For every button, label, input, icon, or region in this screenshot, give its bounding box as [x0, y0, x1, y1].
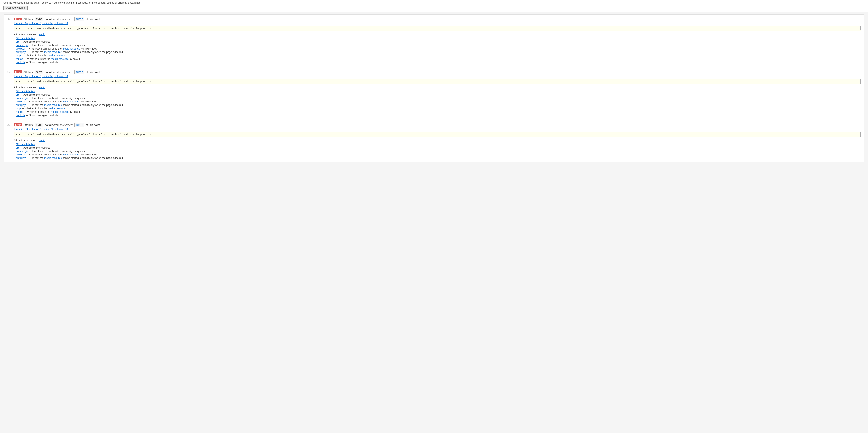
error-item: 3.ErrorAttribute type not allowed on ele… — [4, 120, 864, 163]
attrs-element-link[interactable]: audio — [39, 139, 45, 142]
message-filtering-button[interactable]: Message Filtering — [3, 5, 28, 10]
error-headline: ErrorAttribute type not allowed on eleme… — [14, 17, 861, 21]
list-item: preload — Hints how much buffering the m… — [16, 100, 861, 103]
media-resource-link[interactable]: media resource — [62, 153, 80, 156]
attr-name-link[interactable]: crossorigin — [16, 44, 28, 47]
headline-post-text: at this point. — [86, 70, 100, 74]
element-link[interactable]: audio — [74, 17, 84, 21]
global-attrs-link[interactable]: Global attributes — [16, 143, 35, 146]
attr-name-link[interactable]: crossorigin — [16, 97, 28, 100]
error-headline: ErrorAttribute mute not allowed on eleme… — [14, 70, 861, 74]
error-number: 2. — [7, 70, 12, 117]
attr-name-link[interactable]: muted — [16, 110, 23, 113]
media-resource-link[interactable]: media resource — [62, 100, 80, 103]
global-attrs-link[interactable]: Global attributes — [16, 37, 35, 40]
list-item: autoplay — Hint that the media resource … — [16, 156, 861, 160]
list-item: controls — Show user agent controls — [16, 61, 861, 64]
list-item: Global attributes — [16, 37, 861, 40]
headline-pre-text: Attribute — [24, 123, 34, 126]
media-resource-link[interactable]: media resource — [44, 51, 62, 54]
attr-code: type — [35, 17, 43, 21]
media-resource-link[interactable]: media resource — [51, 57, 69, 60]
list-item: src — Address of the resource — [16, 146, 861, 149]
list-item: src — Address of the resource — [16, 40, 861, 44]
location-link[interactable]: From line 57, column 13; to line 57, col… — [14, 22, 861, 25]
headline-mid-text: not allowed on element — [44, 18, 73, 21]
attr-name-link[interactable]: autoplay — [16, 156, 26, 160]
list-item: preload — Hints how much buffering the m… — [16, 47, 861, 50]
attrs-element-link[interactable]: audio — [39, 33, 45, 36]
list-item: loop — Whether to loop the media resourc… — [16, 107, 861, 110]
attrs-element-link[interactable]: audio — [39, 86, 45, 89]
description-text: Use the Message Filtering button below t… — [3, 1, 865, 4]
attrs-for-label: Attributes for element audio: — [14, 86, 861, 89]
attr-name-link[interactable]: preload — [16, 100, 25, 103]
attr-name-link[interactable]: autoplay — [16, 51, 26, 54]
top-bar: Use the Message Filtering button below t… — [0, 0, 868, 12]
attr-list: Global attributessrc — Address of the re… — [16, 90, 861, 117]
attr-name-link[interactable]: controls — [16, 114, 25, 117]
error-badge: Error — [14, 123, 22, 126]
element-link[interactable]: audio — [74, 123, 84, 127]
attr-code: mute — [35, 70, 43, 74]
attr-name-link[interactable]: loop — [16, 107, 21, 110]
headline-pre-text: Attribute — [24, 18, 34, 21]
error-content: ErrorAttribute type not allowed on eleme… — [14, 17, 861, 64]
error-headline: ErrorAttribute type not allowed on eleme… — [14, 123, 861, 127]
attr-name-link[interactable]: src — [16, 93, 20, 96]
error-item: 2.ErrorAttribute mute not allowed on ele… — [4, 67, 864, 120]
list-item: autoplay — Hint that the media resource … — [16, 103, 861, 107]
list-item: controls — Show user agent controls — [16, 114, 861, 117]
list-item: muted — Whether to mute the media resour… — [16, 57, 861, 61]
list-item: muted — Whether to mute the media resour… — [16, 110, 861, 114]
media-resource-link[interactable]: media resource — [44, 156, 62, 160]
list-item: crossorigin — How the element handles cr… — [16, 96, 861, 100]
attr-name-link[interactable]: loop — [16, 54, 21, 57]
error-item: 1.ErrorAttribute type not allowed on ele… — [4, 14, 864, 67]
attrs-for-label: Attributes for element audio: — [14, 33, 861, 36]
list-item: autoplay — Hint that the media resource … — [16, 50, 861, 54]
code-block: <audio src="assets/audio/body-scan.mp4" … — [14, 132, 861, 137]
error-content: ErrorAttribute type not allowed on eleme… — [14, 123, 861, 160]
error-number: 3. — [7, 123, 12, 160]
attr-list: Global attributessrc — Address of the re… — [16, 37, 861, 64]
headline-pre-text: Attribute — [24, 70, 34, 74]
global-attrs-link[interactable]: Global attributes — [16, 90, 35, 93]
location-link[interactable]: From line 57, column 13; to line 57, col… — [14, 75, 861, 78]
errors-list: 1.ErrorAttribute type not allowed on ele… — [0, 12, 868, 165]
list-item: loop — Whether to loop the media resourc… — [16, 54, 861, 57]
attrs-for-label: Attributes for element audio: — [14, 139, 861, 142]
headline-mid-text: not allowed on element — [44, 70, 73, 74]
attr-name-link[interactable]: controls — [16, 61, 25, 64]
list-item: Global attributes — [16, 90, 861, 93]
error-number: 1. — [7, 17, 12, 64]
list-item: crossorigin — How the element handles cr… — [16, 44, 861, 47]
attr-name-link[interactable]: src — [16, 146, 20, 149]
error-badge: Error — [14, 18, 22, 21]
attr-name-link[interactable]: src — [16, 40, 20, 44]
list-item: Global attributes — [16, 143, 861, 146]
attr-name-link[interactable]: preload — [16, 153, 25, 156]
attr-name-link[interactable]: preload — [16, 47, 25, 50]
list-item: crossorigin — How the element handles cr… — [16, 149, 861, 153]
headline-mid-text: not allowed on element — [44, 123, 73, 126]
list-item: src — Address of the resource — [16, 93, 861, 96]
media-resource-link[interactable]: media resource — [48, 54, 65, 57]
location-link[interactable]: From line 71, column 13; to line 71, col… — [14, 128, 861, 131]
attr-list: Global attributessrc — Address of the re… — [16, 143, 861, 160]
list-item: preload — Hints how much buffering the m… — [16, 153, 861, 156]
media-resource-link[interactable]: media resource — [51, 110, 69, 113]
attr-code: type — [35, 123, 43, 127]
error-badge: Error — [14, 70, 22, 74]
attr-name-link[interactable]: crossorigin — [16, 150, 28, 153]
error-content: ErrorAttribute mute not allowed on eleme… — [14, 70, 861, 117]
code-block: <audio src="assets/audio/breathing.mp4" … — [14, 26, 861, 31]
media-resource-link[interactable]: media resource — [44, 104, 62, 107]
media-resource-link[interactable]: media resource — [62, 47, 80, 50]
attr-name-link[interactable]: muted — [16, 57, 23, 60]
headline-post-text: at this point. — [86, 123, 100, 126]
attr-name-link[interactable]: autoplay — [16, 104, 26, 107]
element-link[interactable]: audio — [74, 70, 84, 74]
headline-post-text: at this point. — [86, 18, 100, 21]
media-resource-link[interactable]: media resource — [48, 107, 65, 110]
